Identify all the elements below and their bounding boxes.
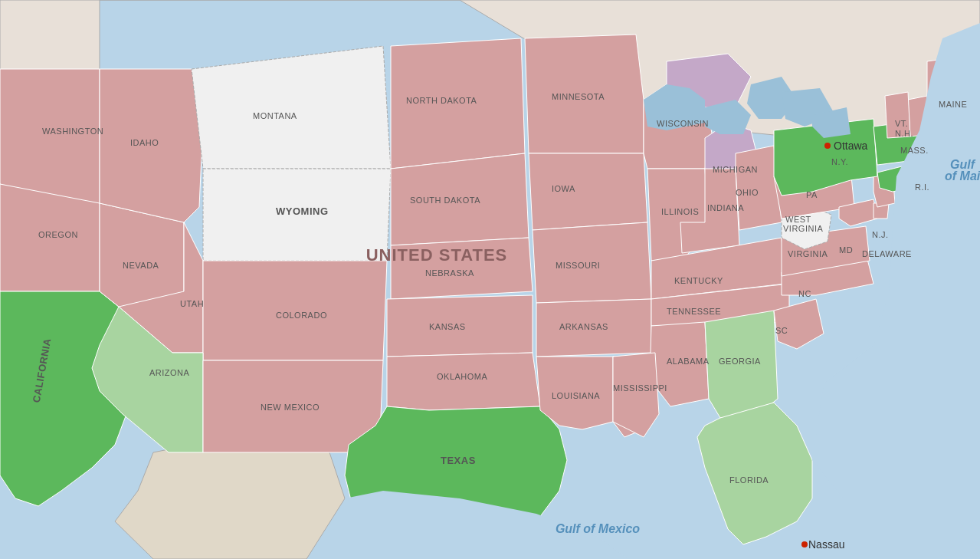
map-container: WASHINGTON OREGON CALIFORNIA NEVADA IDAH… bbox=[0, 0, 980, 559]
gulf-of-maine-label-2: of Mai... bbox=[945, 169, 980, 182]
gulf-of-mexico-label: Gulf of Mexico bbox=[556, 522, 640, 535]
united-states-label: UNITED STATES bbox=[366, 245, 508, 265]
ottawa-dot bbox=[824, 143, 831, 149]
nassau-label: Nassau bbox=[808, 538, 844, 551]
ottawa-label: Ottawa bbox=[834, 140, 868, 152]
nassau-dot bbox=[801, 541, 808, 547]
